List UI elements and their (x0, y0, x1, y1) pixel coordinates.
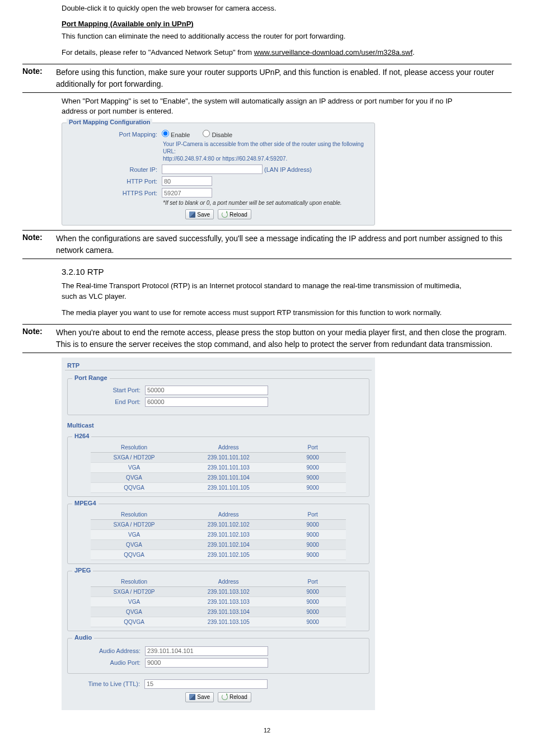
rtp-section-heading: 3.2.10 RTP (62, 267, 472, 276)
table-cell: 239.101.101.104 (177, 472, 279, 482)
save-button-label: Save (197, 212, 210, 218)
rtp-save-button[interactable]: Save (185, 692, 214, 702)
pm-para-2-pre: For details, please refer to "Advanced N… (62, 48, 254, 57)
reload-icon (222, 212, 228, 218)
table-cell: 9000 (279, 462, 346, 472)
divider (22, 353, 512, 353)
reload-icon (222, 694, 228, 700)
h264-legend: H264 (72, 433, 91, 439)
start-port-input[interactable] (145, 386, 268, 395)
lbl-http-port: HTTP Port: (68, 178, 157, 185)
col-address: Address (177, 510, 279, 520)
col-resolution: Resolution (91, 510, 177, 520)
table-cell: SXGA / HDT20P (91, 519, 177, 529)
table-cell: 239.101.101.102 (177, 452, 279, 462)
table-cell: SXGA / HDT20P (91, 452, 177, 462)
divider (22, 64, 512, 64)
radio-disable-label: Disable (212, 132, 232, 138)
end-port-input[interactable] (145, 397, 268, 407)
https-port-input[interactable] (162, 188, 212, 198)
lbl-https-port: HTTPS Port: (68, 190, 157, 196)
ttl-input[interactable] (144, 679, 268, 689)
table-cell: QVGA (91, 607, 177, 617)
radio-enable-input[interactable] (162, 130, 169, 137)
table-cell: 9000 (279, 519, 346, 529)
lbl-port-mapping: Port Mapping: (68, 131, 157, 138)
radio-disable-input[interactable] (203, 130, 210, 137)
rtp-title: RTP (65, 361, 372, 370)
radio-enable[interactable]: Enable (162, 132, 191, 138)
rtp-reload-label: Reload (229, 694, 247, 700)
multicast-heading: Multicast (67, 421, 369, 430)
table-cell: QQVGA (91, 550, 177, 560)
table-cell: VGA (91, 462, 177, 472)
pm-para-3: When "Port Mapping" is set to "Enable", … (62, 96, 472, 118)
table-cell: 9000 (279, 550, 346, 560)
radio-disable[interactable]: Disable (203, 132, 232, 138)
mpeg4-table: Resolution Address Port SXGA / HDT20P239… (91, 510, 346, 560)
pm-para-2: For details, please refer to "Advanced N… (62, 48, 472, 58)
table-row: VGA239.101.101.1039000 (91, 462, 346, 472)
http-port-input[interactable] (162, 176, 212, 186)
save-button[interactable]: Save (185, 209, 214, 219)
router-ip-input[interactable] (162, 165, 263, 174)
table-cell: 9000 (279, 597, 346, 607)
table-cell: 9000 (279, 617, 346, 627)
note-label: Note: (22, 233, 56, 256)
table-cell: 239.101.101.105 (177, 482, 279, 492)
table-row: QQVGA239.101.103.1059000 (91, 617, 346, 627)
lbl-start-port: Start Port: (73, 387, 140, 393)
audio-address-input[interactable] (145, 646, 268, 656)
note-body-3: When you're about to end the remote acce… (56, 327, 512, 350)
col-address: Address (177, 577, 279, 587)
note-body-2: When the configurations are saved succes… (56, 233, 512, 256)
table-cell: 9000 (279, 607, 346, 617)
lbl-audio-address: Audio Address: (73, 647, 140, 654)
jpeg-rows: SXGA / HDT20P239.101.103.1029000VGA239.1… (91, 586, 346, 627)
lbl-end-port: End Port: (73, 398, 140, 405)
save-icon (189, 212, 195, 218)
table-row: QQVGA239.101.101.1059000 (91, 482, 346, 492)
lbl-router-ip: Router IP: (68, 166, 157, 173)
table-row: VGA239.101.102.1039000 (91, 529, 346, 539)
table-cell: 239.101.103.102 (177, 586, 279, 597)
table-cell: 239.101.102.102 (177, 519, 279, 529)
jpeg-fieldset: JPEG Resolution Address Port SXGA / HDT2… (67, 571, 369, 631)
table-row: QVGA239.101.101.1049000 (91, 472, 346, 482)
table-cell: QQVGA (91, 617, 177, 627)
table-cell: 239.101.102.105 (177, 550, 279, 560)
table-cell: 239.101.102.103 (177, 529, 279, 539)
table-row: QVGA239.101.103.1049000 (91, 607, 346, 617)
table-row: QVGA239.101.102.1049000 (91, 539, 346, 550)
lbl-audio-port: Audio Port: (73, 659, 140, 666)
port-mapping-heading: Port Mapping (Available only in UPnP) (62, 20, 472, 28)
table-cell: VGA (91, 597, 177, 607)
jpeg-table: Resolution Address Port SXGA / HDT20P239… (91, 577, 346, 627)
mpeg4-fieldset: MPEG4 Resolution Address Port SXGA / HDT… (67, 504, 369, 564)
accessible-line1: Your IP-Camera is accessible from the ot… (163, 141, 364, 154)
table-row: QQVGA239.101.102.1059000 (91, 550, 346, 560)
h264-table: Resolution Address Port SXGA / HDT20P239… (91, 443, 346, 493)
table-row: SXGA / HDT20P239.101.103.1029000 (91, 586, 346, 597)
divider (22, 324, 512, 325)
port-range-fieldset: Port Range Start Port: End Port: (67, 378, 369, 415)
page-number: 12 (0, 727, 534, 734)
divider (22, 230, 512, 231)
h264-fieldset: H264 Resolution Address Port SXGA / HDT2… (67, 436, 369, 497)
pm-para-2-post: . (413, 48, 415, 57)
col-resolution: Resolution (91, 577, 177, 587)
audio-port-input[interactable] (145, 658, 268, 668)
table-cell: 9000 (279, 539, 346, 550)
table-cell: QQVGA (91, 482, 177, 492)
radio-enable-label: Enable (171, 132, 190, 138)
divider (22, 259, 512, 259)
reload-button[interactable]: Reload (218, 209, 251, 219)
user-manual-link[interactable]: www.surveillance-download.com/user/m328a… (254, 48, 413, 57)
lbl-ttl: Time to Live (TTL): (67, 680, 140, 687)
rtp-reload-button[interactable]: Reload (218, 692, 251, 702)
panel-legend: Port Mapping Configuration (67, 119, 152, 125)
divider (22, 92, 512, 93)
table-cell: 9000 (279, 529, 346, 539)
table-cell: 239.101.102.104 (177, 539, 279, 550)
table-cell: 9000 (279, 472, 346, 482)
